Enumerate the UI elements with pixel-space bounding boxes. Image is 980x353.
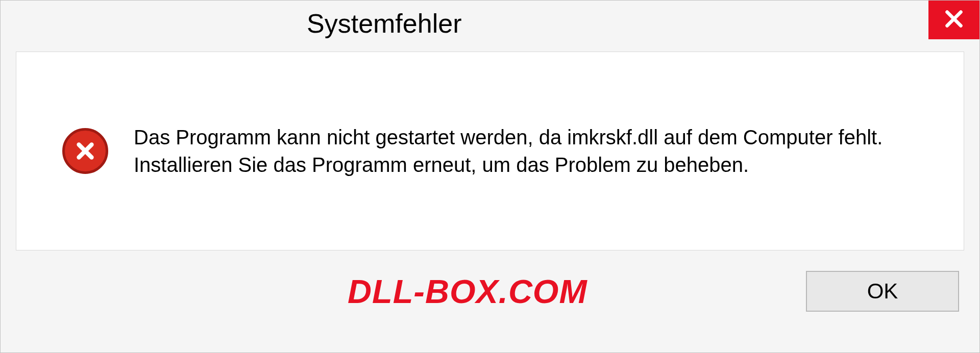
- ok-button[interactable]: OK: [806, 271, 959, 312]
- error-icon: [62, 128, 108, 174]
- error-dialog: Systemfehler Das Programm kann nicht ges…: [0, 0, 980, 353]
- close-button[interactable]: [928, 1, 979, 39]
- watermark-text: DLL-BOX.COM: [1, 272, 587, 311]
- ok-button-label: OK: [867, 279, 898, 304]
- footer: DLL-BOX.COM OK: [1, 266, 979, 312]
- close-icon: [942, 7, 966, 33]
- dialog-title: Systemfehler: [307, 8, 461, 39]
- titlebar: Systemfehler: [1, 1, 979, 46]
- error-message: Das Programm kann nicht gestartet werden…: [134, 123, 943, 179]
- content-panel: Das Programm kann nicht gestartet werden…: [16, 52, 964, 250]
